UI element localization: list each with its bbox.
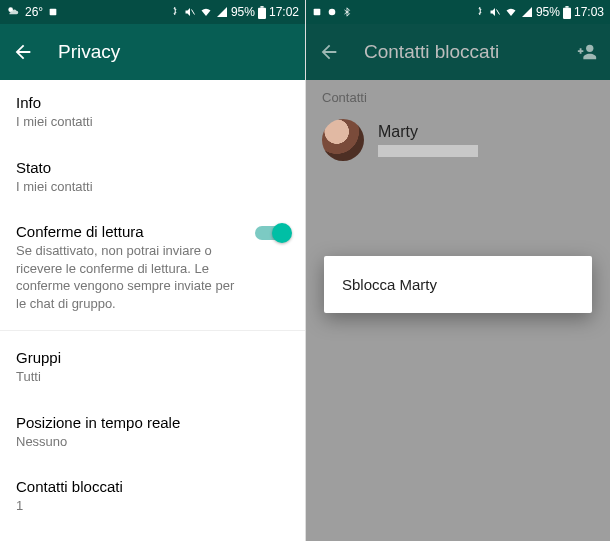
section-header: Contatti bbox=[306, 80, 610, 111]
privacy-item-fingerprint-lock[interactable]: Blocco con impronta digitale Disattivata bbox=[0, 529, 305, 541]
svg-rect-5 bbox=[314, 9, 321, 16]
privacy-item-read-receipts[interactable]: Conferme di lettura Se disattivato, non … bbox=[0, 209, 305, 326]
context-menu: Sblocca Marty bbox=[324, 256, 592, 313]
contact-status-redacted bbox=[378, 145, 478, 157]
avatar bbox=[322, 119, 364, 161]
app-bar: Privacy bbox=[0, 24, 305, 80]
svg-rect-9 bbox=[565, 6, 568, 8]
blocked-content: Contatti Marty Sblocca Marty bbox=[306, 80, 610, 541]
item-sub: Se disattivato, non potrai inviare o ric… bbox=[16, 242, 243, 312]
item-sub: Nessuno bbox=[16, 433, 266, 451]
blocked-contacts-screen: 95% 17:03 Contatti bloccati Contatti Mar… bbox=[305, 0, 610, 541]
privacy-item-blocked-contacts[interactable]: Contatti bloccati 1 bbox=[0, 464, 305, 529]
privacy-item-live-location[interactable]: Posizione in tempo reale Nessuno bbox=[0, 400, 305, 465]
clock: 17:02 bbox=[269, 5, 299, 19]
weather-icon bbox=[6, 5, 20, 19]
clock: 17:03 bbox=[574, 5, 604, 19]
blocked-contact-row[interactable]: Marty bbox=[306, 111, 610, 169]
app-notification-icon bbox=[48, 7, 58, 17]
back-button[interactable] bbox=[318, 41, 340, 63]
item-label: Info bbox=[16, 94, 289, 111]
back-button[interactable] bbox=[12, 41, 34, 63]
signal-icon bbox=[216, 6, 228, 18]
bluetooth-icon bbox=[342, 6, 352, 18]
item-sub: I miei contatti bbox=[16, 113, 266, 131]
svg-rect-4 bbox=[260, 6, 263, 8]
battery-pct: 95% bbox=[231, 5, 255, 19]
status-bar: 95% 17:03 bbox=[306, 0, 610, 24]
vibrate-icon bbox=[474, 6, 486, 18]
item-label: Posizione in tempo reale bbox=[16, 414, 289, 431]
item-sub: 1 bbox=[16, 497, 266, 515]
svg-rect-1 bbox=[50, 9, 57, 16]
svg-line-7 bbox=[496, 10, 499, 15]
item-label: Gruppi bbox=[16, 349, 289, 366]
wifi-icon bbox=[199, 6, 213, 18]
privacy-item-info[interactable]: Info I miei contatti bbox=[0, 80, 305, 145]
item-label: Conferme di lettura bbox=[16, 223, 243, 240]
status-bar: 26° 95% 17:02 bbox=[0, 0, 305, 24]
app-bar: Contatti bloccati bbox=[306, 24, 610, 80]
contact-name: Marty bbox=[378, 123, 478, 141]
svg-point-6 bbox=[329, 9, 336, 16]
app-notification-icon bbox=[327, 7, 337, 17]
item-sub: Tutti bbox=[16, 368, 266, 386]
add-contact-button[interactable] bbox=[576, 41, 598, 63]
vibrate-icon bbox=[169, 6, 181, 18]
svg-rect-8 bbox=[563, 7, 571, 18]
app-notification-icon bbox=[312, 7, 322, 17]
page-title: Contatti bloccati bbox=[364, 41, 552, 63]
read-receipts-toggle[interactable] bbox=[255, 226, 289, 240]
item-label: Contatti bloccati bbox=[16, 478, 289, 495]
page-title: Privacy bbox=[58, 41, 293, 63]
battery-icon bbox=[563, 6, 571, 19]
mute-icon bbox=[184, 6, 196, 18]
wifi-icon bbox=[504, 6, 518, 18]
mute-icon bbox=[489, 6, 501, 18]
item-label: Stato bbox=[16, 159, 289, 176]
temperature: 26° bbox=[25, 5, 43, 19]
privacy-item-groups[interactable]: Gruppi Tutti bbox=[0, 335, 305, 400]
svg-point-10 bbox=[586, 45, 593, 52]
battery-pct: 95% bbox=[536, 5, 560, 19]
item-sub: I miei contatti bbox=[16, 178, 266, 196]
battery-icon bbox=[258, 6, 266, 19]
svg-rect-3 bbox=[258, 7, 266, 18]
privacy-list: Info I miei contatti Stato I miei contat… bbox=[0, 80, 305, 541]
svg-line-2 bbox=[191, 10, 194, 15]
divider bbox=[0, 330, 305, 331]
unblock-option[interactable]: Sblocca Marty bbox=[342, 276, 574, 293]
privacy-screen: 26° 95% 17:02 Privacy Info I miei contat… bbox=[0, 0, 305, 541]
signal-icon bbox=[521, 6, 533, 18]
privacy-item-status[interactable]: Stato I miei contatti bbox=[0, 145, 305, 210]
